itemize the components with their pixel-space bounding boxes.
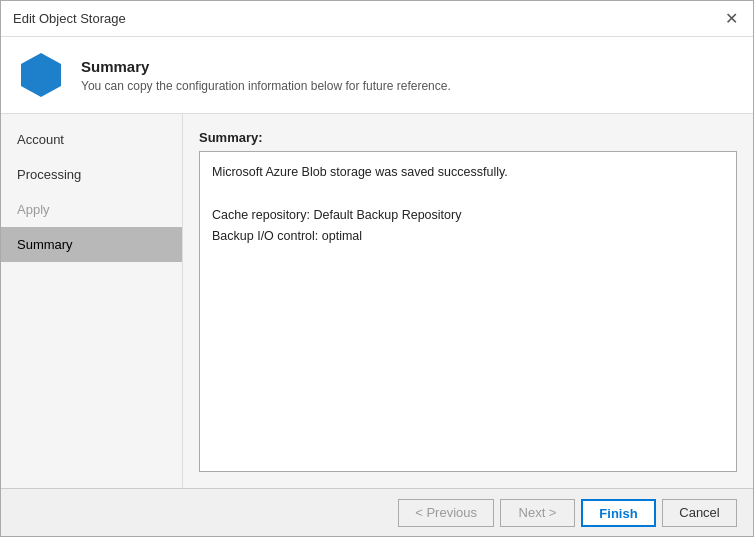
sidebar-item-summary[interactable]: Summary — [1, 227, 182, 262]
dialog-title: Edit Object Storage — [13, 11, 126, 26]
main-content: Summary: Microsoft Azure Blob storage wa… — [183, 114, 753, 488]
svg-marker-0 — [21, 53, 61, 97]
close-button[interactable]: ✕ — [721, 9, 741, 29]
sidebar-item-apply: Apply — [1, 192, 182, 227]
footer: < Previous Next > Finish Cancel — [1, 488, 753, 536]
next-button[interactable]: Next > — [500, 499, 575, 527]
sidebar-item-account[interactable]: Account — [1, 122, 182, 157]
content-area: Account Processing Apply Summary Summary… — [1, 114, 753, 488]
header-text: Summary You can copy the configuration i… — [81, 58, 451, 93]
title-bar: Edit Object Storage ✕ — [1, 1, 753, 37]
summary-box: Microsoft Azure Blob storage was saved s… — [199, 151, 737, 472]
sidebar: Account Processing Apply Summary — [1, 114, 183, 488]
finish-button[interactable]: Finish — [581, 499, 656, 527]
header-title: Summary — [81, 58, 451, 75]
header-subtitle: You can copy the configuration informati… — [81, 79, 451, 93]
sidebar-item-processing[interactable]: Processing — [1, 157, 182, 192]
header-section: Summary You can copy the configuration i… — [1, 37, 753, 114]
hex-icon — [17, 51, 65, 99]
summary-label: Summary: — [199, 130, 737, 145]
cancel-button[interactable]: Cancel — [662, 499, 737, 527]
previous-button[interactable]: < Previous — [398, 499, 494, 527]
edit-object-storage-dialog: Edit Object Storage ✕ Summary You can co… — [0, 0, 754, 537]
